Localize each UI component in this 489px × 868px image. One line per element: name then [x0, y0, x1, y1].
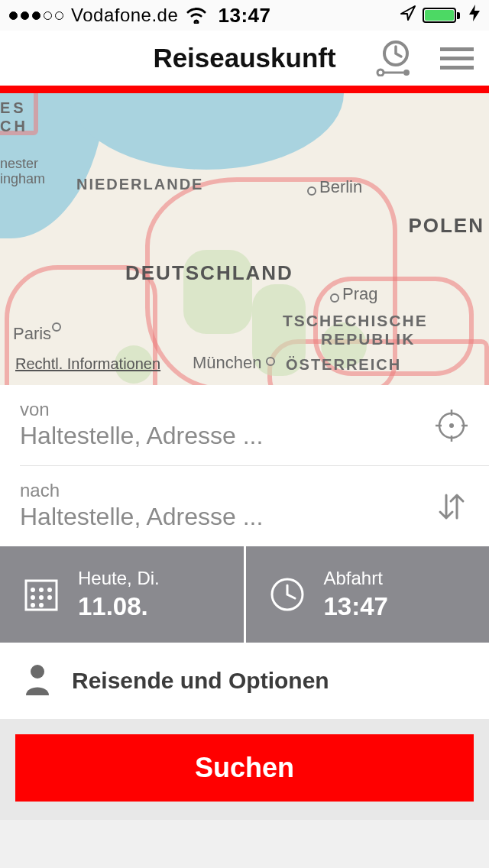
map-country-niederlande: NIEDERLANDE: [76, 176, 203, 193]
map-country-deutschland: DEUTSCHLAND: [125, 261, 293, 285]
battery-icon: [423, 8, 460, 23]
location-arrow-icon: [400, 5, 416, 26]
map-city-dot-muenchen: [266, 357, 275, 366]
search-container: Suchen: [0, 719, 489, 820]
header-separator: [0, 86, 489, 93]
map-city-muenchen: München: [193, 353, 262, 373]
time-selector[interactable]: Abfahrt 13:47: [246, 546, 490, 643]
svg-point-20: [31, 665, 44, 679]
svg-point-16: [49, 597, 51, 599]
carrier-label: Vodafone.de: [71, 5, 178, 26]
from-label: von: [20, 399, 469, 420]
charging-icon: [469, 5, 480, 26]
app-header: Reiseauskunft: [0, 31, 489, 86]
status-left: Vodafone.de: [9, 5, 207, 26]
journey-form: von Haltestelle, Adresse ... nach Haltes…: [0, 385, 489, 546]
date-bottom: 11.08.: [78, 592, 160, 621]
from-input[interactable]: von Haltestelle, Adresse ...: [0, 385, 489, 465]
locate-me-icon[interactable]: [434, 408, 469, 443]
map-label-fragment: CH: [0, 118, 28, 135]
date-selector[interactable]: Heute, Di. 11.08.: [0, 546, 246, 643]
from-placeholder: Haltestelle, Adresse ...: [20, 422, 469, 450]
map-city-paris: Paris: [13, 324, 51, 344]
svg-point-2: [403, 70, 410, 76]
menu-icon[interactable]: [440, 47, 474, 70]
map-label-fragment: ingham: [0, 171, 45, 187]
person-icon: [23, 663, 52, 698]
to-label: nach: [20, 480, 449, 501]
time-bottom: 13:47: [324, 592, 388, 621]
svg-point-13: [49, 589, 51, 591]
map-city-dot-paris: [52, 322, 61, 332]
map-city-dot-berlin: [307, 186, 316, 196]
datetime-bar: Heute, Di. 11.08. Abfahrt 13:47: [0, 546, 489, 643]
map-country-oesterreich: ÖSTERREICH: [286, 356, 401, 374]
map-country-tschechische1: TSCHECHISCHE: [283, 312, 428, 330]
search-button[interactable]: Suchen: [15, 734, 474, 802]
map-city-prag: Prag: [342, 284, 377, 304]
to-placeholder: Haltestelle, Adresse ...: [20, 503, 449, 531]
wifi-icon: [186, 7, 207, 24]
swap-icon[interactable]: [434, 489, 469, 524]
time-top: Abfahrt: [324, 568, 388, 589]
map-view[interactable]: ES CH nester ingham NIEDERLANDE Berlin P…: [0, 93, 489, 385]
travelers-options[interactable]: Reisende und Optionen: [0, 643, 489, 719]
clock-icon: [267, 575, 307, 614]
svg-point-1: [377, 70, 384, 76]
page-title: Reiseauskunft: [153, 43, 335, 73]
status-time: 13:47: [219, 4, 271, 28]
status-bar: Vodafone.de 13:47: [0, 0, 489, 31]
map-country-polen: POLEN: [408, 214, 484, 238]
map-country-tschechische2: REPUBLIK: [321, 330, 415, 348]
svg-point-17: [32, 604, 34, 607]
map-city-berlin: Berlin: [319, 177, 362, 197]
calendar-icon: [21, 575, 61, 614]
status-right: [400, 5, 480, 26]
travelers-options-label: Reisende und Optionen: [72, 668, 329, 694]
svg-point-5: [449, 423, 454, 428]
svg-point-12: [40, 589, 43, 591]
svg-point-15: [40, 597, 43, 599]
map-city-dot-prag: [330, 293, 339, 303]
svg-point-18: [40, 604, 43, 607]
map-label-fragment: nester: [0, 156, 38, 172]
map-legal-link[interactable]: Rechtl. Informationen: [15, 355, 160, 373]
date-top: Heute, Di.: [78, 568, 160, 589]
signal-strength-icon: [9, 11, 63, 20]
svg-point-14: [32, 597, 34, 599]
journey-history-icon[interactable]: [374, 40, 413, 76]
map-label-fragment: ES: [0, 99, 27, 117]
to-input[interactable]: nach Haltestelle, Adresse ...: [20, 465, 489, 546]
svg-point-11: [32, 589, 34, 591]
